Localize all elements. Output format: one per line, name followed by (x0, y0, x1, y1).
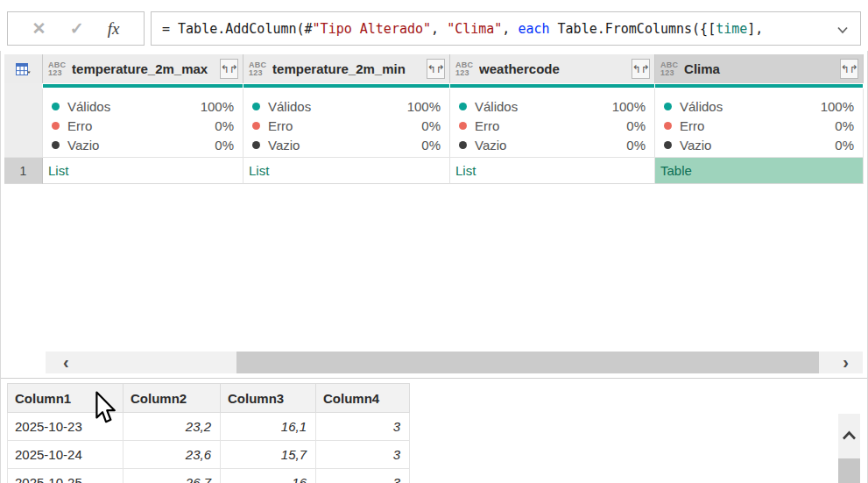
preview-column-header[interactable]: Column3 (221, 384, 316, 413)
horizontal-scrollbar-thumb[interactable] (236, 352, 819, 373)
table-value-preview: Column1Column2Column3Column4 2025-10-232… (7, 383, 410, 483)
structured-value-link[interactable]: List (249, 163, 269, 178)
formula-segment: "Clima" (447, 21, 502, 37)
preview-cell[interactable]: 3 (316, 413, 410, 441)
column-header-temperature_2m_min[interactable]: ABC123temperature_2m_min↰↱ (243, 54, 450, 83)
cancel-icon[interactable]: ✕ (32, 18, 46, 39)
preview-column-header[interactable]: Column2 (123, 384, 221, 413)
quality-stat-line: Erro0% (252, 116, 441, 135)
structured-value-link[interactable]: List (48, 163, 68, 178)
formula-input[interactable]: = Table.AddColumn(#"Tipo Alterado", "Cli… (151, 11, 861, 46)
preview-cell[interactable]: 23,6 (123, 441, 221, 469)
quality-bar (43, 84, 243, 88)
horizontal-scrollbar[interactable]: ‹ › (46, 352, 863, 373)
vertical-scrollbar[interactable] (838, 414, 860, 483)
preview-cell[interactable]: 3 (316, 441, 410, 469)
quality-label: Válidos (475, 99, 612, 114)
quality-percent: 100% (407, 99, 441, 114)
formula-segment: , (431, 21, 447, 37)
type-icon-123: 123 (249, 69, 263, 77)
column-name: Clima (684, 61, 840, 76)
expand-column-icon[interactable]: ↰↱ (632, 59, 650, 79)
column-quality-stats: Válidos100%Erro0%Vazio0% (43, 89, 243, 158)
type-icon-123: 123 (48, 69, 62, 77)
quality-stat-line: Válidos100% (52, 96, 234, 116)
formula-segment: each (518, 21, 549, 37)
formula-expand-chevron-icon[interactable] (836, 23, 850, 40)
expand-column-icon[interactable]: ↰↱ (840, 59, 858, 79)
preview-cell[interactable]: 26,7 (123, 469, 221, 483)
formula-segment: "Tipo Alterado" (313, 21, 431, 37)
row-number-cell[interactable]: 1 (4, 158, 43, 184)
quality-dot-icon (459, 103, 467, 110)
select-all-table-icon[interactable] (4, 54, 43, 83)
column-quality-stats: Válidos100%Erro0%Vazio0% (243, 89, 450, 158)
quality-label: Vazio (268, 138, 421, 153)
structured-value-link[interactable]: List (455, 163, 476, 178)
cell-temperature_2m_min-row1[interactable]: List (243, 158, 450, 184)
pane-divider (0, 378, 868, 379)
column-header-Clima[interactable]: ABC123Clima↰↱ (655, 54, 864, 83)
column-header-weathercode[interactable]: ABC123weathercode↰↱ (450, 54, 655, 83)
confirm-icon[interactable]: ✓ (70, 18, 84, 39)
quality-stat-line: Erro0% (664, 116, 854, 135)
preview-column-header[interactable]: Column4 (316, 384, 410, 413)
expand-column-icon[interactable]: ↰↱ (220, 59, 238, 79)
type-any-icon[interactable]: ABC123 (455, 61, 473, 77)
quality-label: Válidos (67, 99, 201, 114)
scroll-right-icon[interactable]: › (843, 352, 849, 373)
structured-value-link[interactable]: Table (660, 163, 692, 178)
quality-stat-line: Vazio0% (52, 135, 234, 154)
grid-header-row: ABC123temperature_2m_max↰↱ABC123temperat… (4, 54, 864, 83)
quality-label: Válidos (680, 99, 821, 114)
quality-stat-line: Erro0% (52, 116, 234, 135)
preview-cell[interactable]: 15,7 (221, 441, 316, 469)
quality-bar (243, 84, 449, 88)
quality-stat-line: Vazio0% (664, 135, 854, 154)
quality-dot-icon (52, 141, 60, 149)
quality-dot-icon (664, 103, 672, 110)
formula-bar: ✕ ✓ fx = Table.AddColumn(#"Tipo Alterado… (0, 0, 868, 51)
scroll-up-icon[interactable] (842, 429, 857, 444)
preview-cell[interactable]: 16,1 (221, 413, 316, 441)
quality-dot-icon (664, 122, 672, 130)
formula-segment: Table.FromColumns({[ (550, 21, 716, 37)
column-name: weathercode (479, 61, 632, 76)
column-quality-stats: Válidos100%Erro0%Vazio0% (655, 89, 864, 158)
formula-segment: time (716, 21, 747, 37)
quality-percent: 0% (215, 138, 234, 153)
scroll-left-icon[interactable]: ‹ (63, 352, 69, 373)
cell-Clima-row1[interactable]: Table (655, 158, 864, 184)
quality-label: Erro (475, 118, 626, 133)
preview-cell[interactable]: 2025-10-23 (8, 413, 123, 441)
query-preview-grid: ABC123temperature_2m_max↰↱ABC123temperat… (4, 54, 864, 184)
quality-dot-icon (459, 141, 467, 149)
preview-cell[interactable]: 2025-10-24 (8, 441, 123, 469)
column-header-temperature_2m_max[interactable]: ABC123temperature_2m_max↰↱ (43, 54, 243, 83)
preview-cell[interactable]: 2025-10-25 (8, 469, 123, 483)
type-any-icon[interactable]: ABC123 (249, 61, 266, 77)
quality-dot-icon (52, 122, 60, 130)
quality-label: Vazio (67, 138, 215, 153)
quality-stat-line: Vazio0% (252, 135, 441, 154)
expand-column-icon[interactable]: ↰↱ (427, 59, 445, 79)
preview-cell[interactable]: 3 (316, 469, 410, 483)
preview-cell[interactable]: 16 (221, 469, 316, 483)
vertical-scrollbar-thumb[interactable] (838, 458, 860, 483)
fx-icon[interactable]: fx (108, 19, 120, 39)
formula-segment: , (502, 21, 518, 37)
quality-percent: 100% (612, 99, 646, 114)
quality-percent: 0% (421, 138, 441, 153)
quality-dot-icon (252, 103, 260, 110)
preview-column-header[interactable]: Column1 (8, 384, 123, 413)
column-name: temperature_2m_max (72, 61, 220, 76)
preview-table-row: 2025-10-2323,216,13 (8, 413, 410, 441)
cell-temperature_2m_max-row1[interactable]: List (43, 158, 243, 184)
cell-weathercode-row1[interactable]: List (450, 158, 655, 184)
quality-label: Erro (67, 118, 215, 133)
type-any-icon[interactable]: ABC123 (48, 61, 66, 77)
type-any-icon[interactable]: ABC123 (660, 61, 678, 77)
quality-stat-line: Vazio0% (459, 135, 646, 154)
formula-text[interactable]: = Table.AddColumn(#"Tipo Alterado", "Cli… (162, 21, 763, 37)
preview-cell[interactable]: 23,2 (123, 413, 221, 441)
